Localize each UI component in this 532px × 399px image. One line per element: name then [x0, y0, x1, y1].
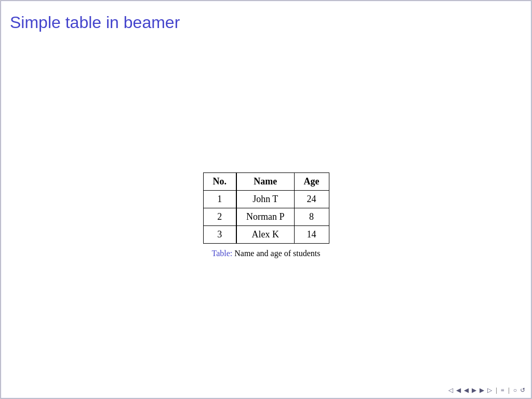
cell-1-1: Norman P: [236, 208, 294, 225]
col-header-age: Age: [294, 172, 329, 190]
cell-1-0: 2: [203, 208, 236, 225]
caption-text: Name and age of students: [232, 249, 320, 258]
nav-prev-section-icon[interactable]: ◀: [464, 387, 469, 394]
table-caption: Table: Name and age of students: [211, 249, 320, 258]
table-row: 2Norman P8: [203, 208, 329, 225]
cell-2-2: 14: [294, 225, 329, 243]
nav-bar: ◁ ◀ ◀ ▶ ▶ ▷ ≡ ○ ↺: [1, 387, 531, 394]
nav-next-icon[interactable]: ▶: [480, 387, 484, 394]
cell-0-1: John T: [236, 190, 294, 208]
data-table: No. Name Age 1John T242Norman P83Alex K1…: [203, 172, 329, 244]
cell-2-0: 3: [203, 225, 236, 243]
nav-fullscreen-icon[interactable]: ○: [513, 387, 517, 394]
cell-2-1: Alex K: [236, 225, 294, 243]
table-row: 3Alex K14: [203, 225, 329, 243]
cell-0-0: 1: [203, 190, 236, 208]
slide-title: Simple table in beamer: [10, 13, 180, 32]
cell-0-2: 24: [294, 190, 329, 208]
col-header-name: Name: [236, 172, 294, 190]
nav-last-icon[interactable]: ▷: [487, 387, 492, 394]
table-header-row: No. Name Age: [203, 172, 329, 190]
nav-first-icon[interactable]: ◁: [448, 387, 453, 394]
nav-separator-1: [496, 388, 497, 394]
table-container: No. Name Age 1John T242Norman P83Alex K1…: [203, 172, 329, 258]
slide-content: No. Name Age 1John T242Norman P83Alex K1…: [1, 52, 531, 378]
cell-1-2: 8: [294, 208, 329, 225]
caption-label: Table:: [211, 249, 232, 258]
nav-toc-icon[interactable]: ≡: [501, 387, 504, 394]
col-header-no: No.: [203, 172, 236, 190]
nav-separator-2: [509, 388, 509, 394]
nav-next-section-icon[interactable]: ▶: [472, 387, 476, 394]
nav-back-icon[interactable]: ↺: [520, 387, 525, 394]
nav-prev-icon[interactable]: ◀: [456, 387, 461, 394]
table-row: 1John T24: [203, 190, 329, 208]
